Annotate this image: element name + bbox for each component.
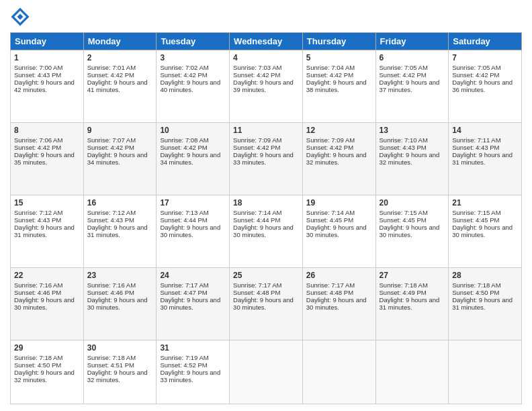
sunset: Sunset: 4:46 PM xyxy=(14,289,61,296)
daylight: Daylight: 9 hours and 41 minutes. xyxy=(87,79,148,93)
sunrise: Sunrise: 7:03 AM xyxy=(233,64,281,71)
daylight: Daylight: 9 hours and 31 minutes. xyxy=(380,296,440,311)
daylight: Daylight: 9 hours and 33 minutes. xyxy=(233,151,294,166)
day-number: 23 xyxy=(87,271,153,280)
sunrise: Sunrise: 7:09 AM xyxy=(306,136,355,144)
sunset: Sunset: 4:42 PM xyxy=(14,144,61,151)
daylight: Daylight: 9 hours and 34 minutes. xyxy=(87,151,148,166)
sunrise: Sunrise: 7:01 AM xyxy=(87,64,136,71)
calendar-cell: 8Sunrise: 7:06 AMSunset: 4:42 PMDaylight… xyxy=(11,123,84,195)
calendar-cell: 11Sunrise: 7:09 AMSunset: 4:42 PMDayligh… xyxy=(230,123,303,195)
daylight: Daylight: 9 hours and 34 minutes. xyxy=(160,151,220,166)
sunset: Sunset: 4:44 PM xyxy=(160,216,207,224)
calendar-cell: 10Sunrise: 7:08 AMSunset: 4:42 PMDayligh… xyxy=(157,123,230,195)
col-header-friday: Friday xyxy=(375,33,449,50)
daylight: Daylight: 9 hours and 31 minutes. xyxy=(87,224,148,238)
sunrise: Sunrise: 7:05 AM xyxy=(380,64,428,71)
calendar-cell: 19Sunrise: 7:14 AMSunset: 4:45 PMDayligh… xyxy=(302,195,375,268)
day-number: 1 xyxy=(14,53,80,62)
sunset: Sunset: 4:48 PM xyxy=(233,289,280,296)
sunset: Sunset: 4:42 PM xyxy=(233,144,280,151)
calendar-table: SundayMondayTuesdayWednesdayThursdayFrid… xyxy=(10,32,522,404)
day-number: 25 xyxy=(233,271,299,280)
sunrise: Sunrise: 7:15 AM xyxy=(452,209,500,216)
calendar-cell: 30Sunrise: 7:18 AMSunset: 4:51 PMDayligh… xyxy=(83,340,157,404)
sunrise: Sunrise: 7:14 AM xyxy=(306,209,355,216)
day-number: 31 xyxy=(160,343,226,353)
sunrise: Sunrise: 7:17 AM xyxy=(160,281,208,289)
calendar-cell: 26Sunrise: 7:17 AMSunset: 4:48 PMDayligh… xyxy=(302,268,375,340)
calendar-cell: 6Sunrise: 7:05 AMSunset: 4:42 PMDaylight… xyxy=(375,50,449,123)
calendar-cell: 29Sunrise: 7:18 AMSunset: 4:50 PMDayligh… xyxy=(11,340,84,404)
daylight: Daylight: 9 hours and 35 minutes. xyxy=(14,151,75,166)
logo xyxy=(10,7,33,27)
calendar-cell: 14Sunrise: 7:11 AMSunset: 4:43 PMDayligh… xyxy=(449,123,522,195)
day-number: 2 xyxy=(87,53,153,62)
day-number: 11 xyxy=(233,126,299,135)
sunrise: Sunrise: 7:11 AM xyxy=(452,136,500,144)
sunset: Sunset: 4:43 PM xyxy=(14,216,61,224)
sunset: Sunset: 4:42 PM xyxy=(233,71,280,79)
sunset: Sunset: 4:43 PM xyxy=(452,144,499,151)
sunrise: Sunrise: 7:10 AM xyxy=(380,136,428,144)
day-number: 29 xyxy=(14,343,80,353)
daylight: Daylight: 9 hours and 30 minutes. xyxy=(306,296,367,311)
calendar-cell: 3Sunrise: 7:02 AMSunset: 4:42 PMDaylight… xyxy=(157,50,230,123)
sunrise: Sunrise: 7:04 AM xyxy=(306,64,355,71)
header xyxy=(10,7,522,27)
sunset: Sunset: 4:50 PM xyxy=(14,361,61,369)
daylight: Daylight: 9 hours and 31 minutes. xyxy=(452,296,513,311)
day-number: 30 xyxy=(87,343,153,353)
daylight: Daylight: 9 hours and 30 minutes. xyxy=(233,296,294,311)
col-header-thursday: Thursday xyxy=(302,33,375,50)
calendar-cell: 18Sunrise: 7:14 AMSunset: 4:44 PMDayligh… xyxy=(230,195,303,268)
sunrise: Sunrise: 7:05 AM xyxy=(452,64,500,71)
daylight: Daylight: 9 hours and 30 minutes. xyxy=(380,224,440,238)
sunrise: Sunrise: 7:15 AM xyxy=(380,209,428,216)
col-header-tuesday: Tuesday xyxy=(157,33,230,50)
calendar-cell: 28Sunrise: 7:18 AMSunset: 4:50 PMDayligh… xyxy=(449,268,522,340)
sunset: Sunset: 4:43 PM xyxy=(14,71,61,79)
sunset: Sunset: 4:42 PM xyxy=(160,71,207,79)
sunset: Sunset: 4:45 PM xyxy=(380,216,427,224)
calendar-cell: 23Sunrise: 7:16 AMSunset: 4:46 PMDayligh… xyxy=(83,268,157,340)
sunset: Sunset: 4:42 PM xyxy=(380,71,427,79)
calendar-cell: 25Sunrise: 7:17 AMSunset: 4:48 PMDayligh… xyxy=(230,268,303,340)
sunrise: Sunrise: 7:06 AM xyxy=(14,136,62,144)
daylight: Daylight: 9 hours and 32 minutes. xyxy=(306,151,367,166)
calendar-cell: 7Sunrise: 7:05 AMSunset: 4:42 PMDaylight… xyxy=(449,50,522,123)
sunset: Sunset: 4:44 PM xyxy=(233,216,280,224)
sunrise: Sunrise: 7:12 AM xyxy=(14,209,62,216)
calendar-cell: 13Sunrise: 7:10 AMSunset: 4:43 PMDayligh… xyxy=(375,123,449,195)
daylight: Daylight: 9 hours and 33 minutes. xyxy=(160,369,220,383)
sunset: Sunset: 4:45 PM xyxy=(306,216,353,224)
sunset: Sunset: 4:42 PM xyxy=(87,144,134,151)
daylight: Daylight: 9 hours and 39 minutes. xyxy=(233,79,294,93)
week-row-4: 22Sunrise: 7:16 AMSunset: 4:46 PMDayligh… xyxy=(11,268,522,340)
col-header-wednesday: Wednesday xyxy=(230,33,303,50)
daylight: Daylight: 9 hours and 30 minutes. xyxy=(160,224,220,238)
daylight: Daylight: 9 hours and 32 minutes. xyxy=(14,369,75,383)
calendar-cell xyxy=(449,340,522,404)
day-number: 28 xyxy=(452,271,518,280)
day-number: 16 xyxy=(87,198,153,208)
day-number: 20 xyxy=(380,198,445,208)
day-number: 18 xyxy=(233,198,299,208)
sunset: Sunset: 4:50 PM xyxy=(452,289,499,296)
day-number: 26 xyxy=(306,271,372,280)
calendar-cell: 20Sunrise: 7:15 AMSunset: 4:45 PMDayligh… xyxy=(375,195,449,268)
day-number: 17 xyxy=(160,198,226,208)
sunset: Sunset: 4:51 PM xyxy=(87,361,134,369)
col-header-monday: Monday xyxy=(83,33,157,50)
calendar-cell xyxy=(375,340,449,404)
calendar-cell xyxy=(230,340,303,404)
day-number: 27 xyxy=(380,271,445,280)
sunset: Sunset: 4:52 PM xyxy=(160,361,207,369)
calendar-cell: 12Sunrise: 7:09 AMSunset: 4:42 PMDayligh… xyxy=(302,123,375,195)
calendar-cell: 15Sunrise: 7:12 AMSunset: 4:43 PMDayligh… xyxy=(11,195,84,268)
daylight: Daylight: 9 hours and 37 minutes. xyxy=(380,79,440,93)
sunrise: Sunrise: 7:08 AM xyxy=(160,136,208,144)
header-row: SundayMondayTuesdayWednesdayThursdayFrid… xyxy=(11,33,522,50)
day-number: 9 xyxy=(87,126,153,135)
day-number: 10 xyxy=(160,126,226,135)
